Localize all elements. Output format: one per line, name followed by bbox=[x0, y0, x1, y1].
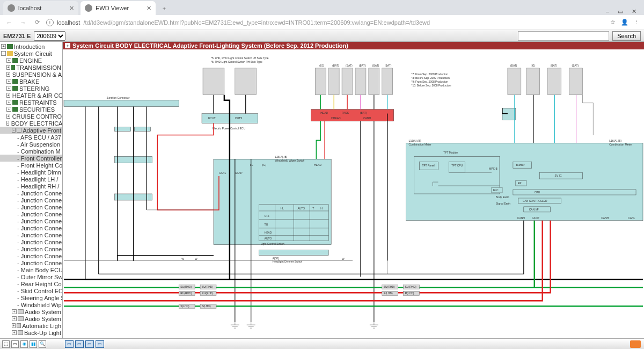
tree-node[interactable]: +Audio System bbox=[0, 315, 62, 322]
expand-icon[interactable]: + bbox=[12, 330, 17, 335]
tool-icon[interactable]: ▭ bbox=[75, 340, 84, 348]
expand-icon[interactable]: + bbox=[6, 100, 11, 105]
help-icon[interactable] bbox=[630, 340, 641, 348]
forward-icon[interactable]: → bbox=[18, 19, 28, 26]
tool-icon[interactable]: ◉ bbox=[20, 340, 28, 348]
term-select[interactable]: 200609 bbox=[34, 31, 65, 41]
reload-icon[interactable]: ⟳ bbox=[32, 19, 42, 26]
url-field[interactable]: i localhost/td/td3ewd/pgm/standaloneEWD.… bbox=[46, 19, 606, 26]
close-icon[interactable]: ✕ bbox=[69, 5, 74, 12]
expand-icon[interactable]: - bbox=[12, 128, 16, 133]
tree-node[interactable]: +Back-Up Light bbox=[0, 329, 62, 336]
tree-node[interactable]: - Headlight LH / bbox=[0, 176, 62, 183]
tree-node[interactable]: -BODY ELECTRICAL bbox=[0, 120, 62, 127]
close-icon[interactable]: ✕ bbox=[147, 5, 151, 12]
tree-node[interactable]: +RESTRAINTS bbox=[0, 99, 62, 106]
expand-icon[interactable]: + bbox=[6, 114, 10, 119]
tree-node[interactable]: - AFS ECU / A37 bbox=[0, 134, 62, 141]
tree-node[interactable]: - Front Controller bbox=[0, 155, 62, 162]
user-icon[interactable]: 👤 bbox=[621, 19, 628, 26]
expand-icon[interactable]: + bbox=[12, 323, 16, 328]
tree-node[interactable]: +Introduction bbox=[0, 43, 62, 50]
window-close-icon[interactable]: ✕ bbox=[632, 8, 636, 15]
tool-icon[interactable]: ▭ bbox=[11, 340, 19, 348]
tree-node[interactable]: - Junction Connec bbox=[0, 245, 62, 252]
expand-icon[interactable]: + bbox=[1, 44, 6, 49]
tree-node[interactable]: +BRAKE bbox=[0, 78, 62, 85]
tree-node[interactable]: - Junction Connec bbox=[0, 210, 62, 217]
tool-icon[interactable]: ▭ bbox=[65, 340, 74, 348]
tree-node[interactable]: - Front Height Co bbox=[0, 162, 62, 169]
tree-label: - Front Controller bbox=[17, 155, 62, 162]
tree-node[interactable]: -Adaptive Front bbox=[0, 127, 62, 134]
tool-icon[interactable]: ▭ bbox=[96, 340, 104, 348]
tree-node[interactable]: - Main Body ECU bbox=[0, 266, 62, 273]
tree-node[interactable]: +Audio System bbox=[0, 308, 62, 315]
tree-node[interactable]: - Junction Connec bbox=[0, 231, 62, 238]
expand-icon[interactable]: + bbox=[6, 107, 11, 112]
tree-node[interactable]: +TRANSMISSION bbox=[0, 64, 62, 71]
back-icon[interactable]: ← bbox=[4, 19, 14, 26]
browser-tab-active[interactable]: EWD Viewer ✕ bbox=[80, 1, 156, 15]
svg-text:W: W bbox=[195, 257, 197, 260]
minimize-icon[interactable]: – bbox=[606, 8, 609, 15]
tree-node[interactable]: - Combination M bbox=[0, 148, 62, 155]
expand-icon[interactable]: + bbox=[12, 309, 17, 314]
tree-node[interactable]: - Junction Connec bbox=[0, 203, 62, 210]
search-input[interactable] bbox=[518, 31, 609, 41]
tree-node[interactable]: - Junction Connec bbox=[0, 252, 62, 259]
tree-node[interactable]: +ENGINE bbox=[0, 57, 62, 64]
tree-node[interactable]: - Outer Mirror Sw bbox=[0, 273, 62, 280]
tree-node[interactable]: -System Circuit bbox=[0, 50, 62, 57]
svg-rect-10 bbox=[548, 68, 561, 95]
expand-icon[interactable]: + bbox=[65, 43, 70, 48]
tree-node[interactable]: - Windshield Wip bbox=[0, 301, 62, 308]
search-button[interactable]: Search bbox=[612, 31, 641, 41]
info-icon[interactable]: i bbox=[46, 19, 54, 26]
expand-icon[interactable]: + bbox=[6, 86, 11, 91]
svg-text:CAN I/F: CAN I/F bbox=[529, 208, 539, 211]
tree-label: - Air Suspension bbox=[17, 141, 60, 148]
maximize-icon[interactable]: ▭ bbox=[618, 8, 623, 15]
tool-icon[interactable]: ▮▮ bbox=[30, 340, 37, 348]
expand-icon[interactable]: + bbox=[6, 72, 10, 77]
tool-icon[interactable]: ▭ bbox=[85, 340, 94, 348]
tool-icon[interactable]: ⬚ bbox=[2, 340, 10, 348]
expand-icon[interactable]: + bbox=[6, 58, 11, 63]
tree-node[interactable]: - Headlight Dimn bbox=[0, 169, 62, 176]
tree-node[interactable]: - Junction Connec bbox=[0, 224, 62, 231]
expand-icon[interactable]: + bbox=[6, 65, 10, 70]
expand-icon[interactable]: - bbox=[6, 121, 9, 126]
menu-icon[interactable]: ⋮ bbox=[634, 19, 640, 26]
new-tab-button[interactable]: + bbox=[158, 2, 171, 15]
svg-text:(BAT): (BAT) bbox=[385, 64, 392, 67]
tree-node[interactable]: +SUSPENSION & AXLE bbox=[0, 71, 62, 78]
tree-node[interactable]: +SECURITIES bbox=[0, 106, 62, 113]
star-icon[interactable]: ☆ bbox=[610, 19, 616, 26]
tree-node[interactable]: - Junction Connec bbox=[0, 197, 62, 203]
tool-icon[interactable]: 🔍 bbox=[39, 340, 46, 348]
tree-node[interactable]: +STEERING bbox=[0, 85, 62, 92]
tree-node[interactable]: - Junction Connec bbox=[0, 259, 62, 266]
expand-icon[interactable]: + bbox=[6, 79, 11, 84]
browser-tab[interactable]: localhost ✕ bbox=[3, 1, 78, 15]
tree-node[interactable]: +CRUISE CONTROL bbox=[0, 113, 62, 120]
tree-node[interactable]: +Automatic Ligh bbox=[0, 322, 62, 329]
tree-node[interactable]: - Junction Connec bbox=[0, 217, 62, 224]
expand-icon[interactable]: + bbox=[12, 316, 17, 321]
expand-icon[interactable]: + bbox=[6, 93, 10, 98]
tree-node[interactable]: - Junction Connec bbox=[0, 238, 62, 245]
expand-icon[interactable]: - bbox=[1, 51, 6, 56]
svg-text:*10: Before Sep. 2008 Producti: *10: Before Sep. 2008 Production bbox=[412, 84, 451, 87]
wiring-diagram[interactable]: *5: LHD, RHD Light Control Switch LH Sid… bbox=[63, 49, 644, 338]
svg-text:W: W bbox=[342, 257, 345, 260]
tree-node[interactable]: - Rear Height Co bbox=[0, 280, 62, 287]
tree-node[interactable]: - Steering Angle S bbox=[0, 294, 62, 301]
svg-text:*5: LHD, RHD Light Control Swi: *5: LHD, RHD Light Control Switch LH Sid… bbox=[211, 56, 269, 60]
tree-node[interactable]: - Air Suspension bbox=[0, 141, 62, 148]
svg-text:(BAT): (BAT) bbox=[332, 64, 339, 67]
tree-node[interactable]: +HEATER & AIR CONDITIONING bbox=[0, 92, 62, 99]
tree-node[interactable]: - Skid Control EC bbox=[0, 287, 62, 294]
tree-node[interactable]: - Headlight RH / bbox=[0, 183, 62, 190]
tree-node[interactable]: - Junction Connec bbox=[0, 190, 62, 197]
